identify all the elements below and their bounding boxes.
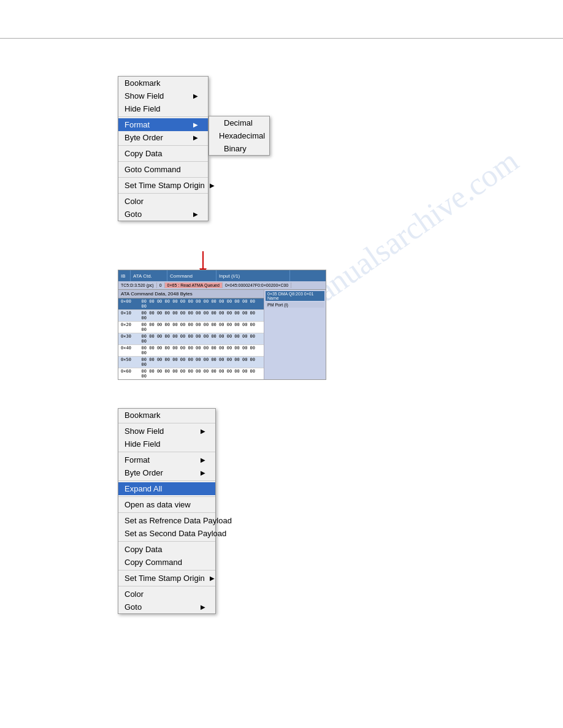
submenu-hexadecimal[interactable]: Hexadecimal <box>209 129 269 142</box>
menu2-sep-1 <box>118 452 215 452</box>
menu2-expand-all[interactable]: Expand All <box>118 482 215 495</box>
ss-row2-zero: 0 <box>157 282 165 288</box>
menu2-show-field[interactable]: Show Field ▶ <box>118 425 215 438</box>
menu2-timestamp-arrow: ▶ <box>210 575 215 582</box>
ss-row2-time: TC5:D:3.520 (pc) <box>118 282 157 288</box>
menu1-byte-order[interactable]: Byte Order ▶ <box>118 131 208 144</box>
timestamp-arrow: ▶ <box>210 182 215 189</box>
ss-right-header: 0×35 DMA Q8:203 0×01 Name <box>266 291 324 301</box>
menu2-byte-order-arrow: ▶ <box>201 469 205 476</box>
menu1-set-timestamp[interactable]: Set Time Stamp Origin ▶ <box>118 179 208 192</box>
menu2-byte-order[interactable]: Byte Order ▶ <box>118 466 215 479</box>
separator-2 <box>118 145 208 146</box>
submenu-format: Decimal Hexadecimal Binary <box>209 116 270 156</box>
ss-row2: TC5:D:3.520 (pc) 0 0×65 : Read ATMA Queu… <box>118 281 326 290</box>
menu2-format-arrow: ▶ <box>201 457 205 463</box>
ss-hex-row-4: 0×40 00 00 00 00 00 00 00 00 00 00 00 00… <box>118 345 264 357</box>
ss-right-row: PM Port (I) <box>266 302 324 308</box>
ss-hex-row-5: 0×50 00 00 00 00 00 00 00 00 00 00 00 00… <box>118 357 264 368</box>
menu2-sep-4 <box>118 512 215 513</box>
menu2-set-timestamp[interactable]: Set Time Stamp Origin ▶ <box>118 572 215 585</box>
separator-4 <box>118 177 208 178</box>
ss-header-ib: IB <box>118 270 131 281</box>
context-menu-2: Bookmark Show Field ▶ Hide Field Format … <box>118 408 216 614</box>
ss-data-header: ATA Command Data, 2048 Bytes <box>118 290 264 298</box>
annotation-line <box>202 251 204 270</box>
byte-order-arrow: ▶ <box>193 134 198 141</box>
context-menu-1: Bookmark Show Field ▶ Hide Field Format … <box>118 76 209 221</box>
submenu-binary[interactable]: Binary <box>209 142 269 155</box>
menu2-goto[interactable]: Goto ▶ <box>118 601 215 613</box>
ss-right-panel: 0×35 DMA Q8:203 0×01 Name PM Port (I) <box>264 290 326 379</box>
menu2-goto-arrow: ▶ <box>201 604 205 610</box>
binary-radio <box>215 146 220 151</box>
screenshot-inner: IB ATA Ctd. Command Input (I/1) TC5:D:3.… <box>118 270 326 379</box>
menu2-copy-data[interactable]: Copy Data <box>118 543 215 556</box>
menu2-ref-payload[interactable]: Set as Refrence Data Payload <box>118 514 215 527</box>
menu2-sep-0 <box>118 423 215 423</box>
menu1-goto-command[interactable]: Goto Command <box>118 163 208 176</box>
menu1-bookmark[interactable]: Bookmark <box>118 77 208 89</box>
ss-hex-row-0: 0×00 00 00 00 00 00 00 00 00 00 00 00 00… <box>118 298 264 310</box>
separator-1 <box>118 116 208 117</box>
ss-header-atactd: ATA Ctd. <box>131 270 167 281</box>
menu2-open-data-view[interactable]: Open as data view <box>118 498 215 511</box>
ss-left-panel: ATA Command Data, 2048 Bytes 0×00 00 00 … <box>118 290 264 379</box>
menu1-goto[interactable]: Goto ▶ <box>118 208 208 221</box>
menu2-sep-2 <box>118 480 215 481</box>
menu1-show-field[interactable]: Show Field ▶ <box>118 89 208 102</box>
ss-hex-row-2: 0×20 00 00 00 00 00 00 00 00 00 00 00 00… <box>118 322 264 333</box>
separator-5 <box>118 193 208 194</box>
ss-row2-input: 0×045:0000247F0:0×00200×C00 <box>223 282 291 288</box>
menu2-sep-6 <box>118 570 215 571</box>
ss-header-command: Command <box>167 270 216 281</box>
ss-header: IB ATA Ctd. Command Input (I/1) <box>118 270 326 281</box>
ss-main-area: ATA Command Data, 2048 Bytes 0×00 00 00 … <box>118 290 326 379</box>
goto-arrow: ▶ <box>193 211 198 218</box>
ss-row2-cmd: 0×65 : Read ATMA Queued <box>165 282 223 288</box>
menu1-hide-field[interactable]: Hide Field <box>118 102 208 115</box>
decimal-radio <box>215 121 220 126</box>
menu1-color[interactable]: Color <box>118 195 208 208</box>
submenu-decimal[interactable]: Decimal <box>209 116 269 129</box>
menu2-second-payload[interactable]: Set as Second Data Payload <box>118 527 215 540</box>
separator-3 <box>118 161 208 162</box>
menu1-format[interactable]: Format ▶ <box>118 118 208 131</box>
menu2-sep-3 <box>118 496 215 497</box>
menu2-sep-7 <box>118 586 215 586</box>
menu2-color[interactable]: Color <box>118 588 215 601</box>
screenshot-area: IB ATA Ctd. Command Input (I/1) TC5:D:3.… <box>118 270 326 380</box>
menu2-bookmark[interactable]: Bookmark <box>118 409 215 422</box>
show-field-arrow: ▶ <box>193 93 198 99</box>
menu2-sep-5 <box>118 541 215 542</box>
ss-hex-row-1: 0×10 00 00 00 00 00 00 00 00 00 00 00 00… <box>118 310 264 322</box>
menu2-copy-command[interactable]: Copy Command <box>118 556 215 569</box>
menu2-hide-field[interactable]: Hide Field <box>118 438 215 450</box>
menu2-format[interactable]: Format ▶ <box>118 453 215 466</box>
menu2-show-field-arrow: ▶ <box>201 428 205 434</box>
format-arrow: ▶ <box>193 121 198 128</box>
ss-hex-row-6: 0×60 00 00 00 00 00 00 00 00 00 00 00 00… <box>118 368 264 379</box>
top-rule <box>0 38 563 39</box>
menu1-copy-data[interactable]: Copy Data <box>118 147 208 160</box>
ss-header-input: Input (I/1) <box>216 270 290 281</box>
ss-hex-row-3: 0×30 00 00 00 00 00 00 00 00 00 00 00 00… <box>118 333 264 345</box>
